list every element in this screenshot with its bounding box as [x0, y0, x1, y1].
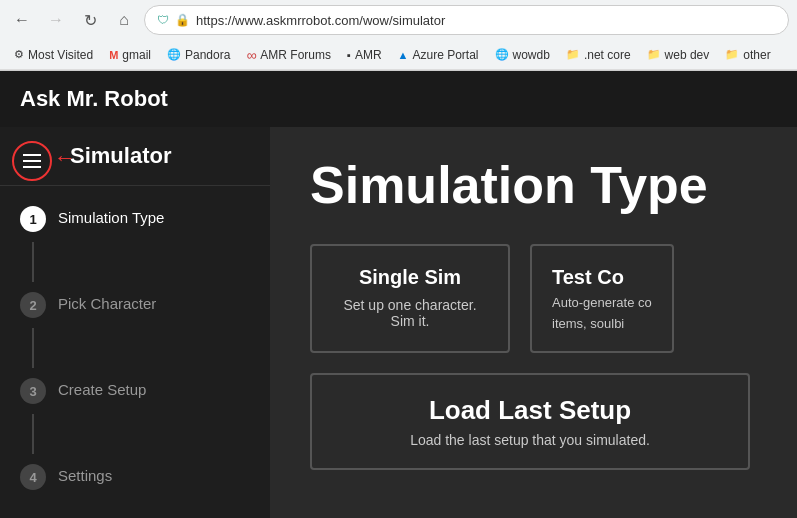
step-4-label: Settings: [58, 464, 112, 484]
test-comp-title: Test Co: [552, 266, 652, 289]
load-setup-desc: Load the last setup that you simulated.: [342, 432, 718, 448]
step-3-item[interactable]: 3 Create Setup: [0, 368, 270, 414]
nav-bar: ← → ↻ ⌂ 🛡 🔒 https://www.askmrrobot.com/w…: [0, 0, 797, 40]
back-button[interactable]: ←: [8, 6, 36, 34]
step-3-label: Create Setup: [58, 378, 146, 398]
bookmark-pandora[interactable]: 🌐 Pandora: [161, 46, 236, 64]
bookmark-azure[interactable]: ▲ Azure Portal: [392, 46, 485, 64]
step-3-number: 3: [20, 378, 46, 404]
step-connector-3: [32, 414, 34, 454]
amr-icon: ▪: [347, 49, 351, 61]
bookmark-label: web dev: [665, 48, 710, 62]
webdev-icon: 📁: [647, 48, 661, 61]
test-comp-desc-1: Auto-generate co: [552, 295, 652, 310]
bookmark-most-visited[interactable]: ⚙ Most Visited: [8, 46, 99, 64]
hamburger-bar-2: [23, 160, 41, 162]
single-sim-card[interactable]: Single Sim Set up one character. Sim it.: [310, 244, 510, 353]
wowdb-icon: 🌐: [495, 48, 509, 61]
app-header: Ask Mr. Robot: [0, 71, 797, 127]
step-2-number: 2: [20, 292, 46, 318]
bookmark-label: gmail: [122, 48, 151, 62]
gmail-icon: M: [109, 49, 118, 61]
bookmark-icon: ⚙: [14, 48, 24, 61]
forward-button[interactable]: →: [42, 6, 70, 34]
arrow-icon: ←: [54, 145, 76, 171]
bookmark-label: Most Visited: [28, 48, 93, 62]
step-4-number: 4: [20, 464, 46, 490]
amr-forums-icon: ∞: [246, 47, 256, 63]
sidebar-header: ← Simulator: [0, 127, 270, 186]
bookmark-label: AMR: [355, 48, 382, 62]
load-setup-title: Load Last Setup: [342, 395, 718, 426]
step-2-item[interactable]: 2 Pick Character: [0, 282, 270, 328]
bookmark-amr[interactable]: ▪ AMR: [341, 46, 388, 64]
single-sim-title: Single Sim: [342, 266, 478, 289]
section-title: Simulation Type: [310, 157, 757, 214]
bookmark-label: AMR Forums: [260, 48, 331, 62]
step-1-number: 1: [20, 206, 46, 232]
single-sim-desc-1: Set up one character.: [342, 297, 478, 313]
sim-cards: Single Sim Set up one character. Sim it.…: [310, 244, 757, 353]
browser-chrome: ← → ↻ ⌂ 🛡 🔒 https://www.askmrrobot.com/w…: [0, 0, 797, 71]
app-body: ← Simulator 1 Simulation Type 2 Pick Cha…: [0, 127, 797, 518]
bookmark-label: Pandora: [185, 48, 230, 62]
bookmark-other[interactable]: 📁 other: [719, 46, 776, 64]
bookmarks-bar: ⚙ Most Visited M gmail 🌐 Pandora ∞ AMR F…: [0, 40, 797, 70]
sidebar-steps: 1 Simulation Type 2 Pick Character 3 Cre…: [0, 186, 270, 510]
step-1-item[interactable]: 1 Simulation Type: [0, 196, 270, 242]
step-connector-2: [32, 328, 34, 368]
bookmark-label: .net core: [584, 48, 631, 62]
address-bar[interactable]: 🛡 🔒 https://www.askmrrobot.com/wow/simul…: [144, 5, 789, 35]
step-connector-1: [32, 242, 34, 282]
url-text: https://www.askmrrobot.com/wow/simulator: [196, 13, 445, 28]
pandora-icon: 🌐: [167, 48, 181, 61]
bookmark-label: wowdb: [513, 48, 550, 62]
app-title: Ask Mr. Robot: [20, 86, 168, 112]
bookmark-label: other: [743, 48, 770, 62]
dotnet-icon: 📁: [566, 48, 580, 61]
step-2-label: Pick Character: [58, 292, 156, 312]
test-comp-desc-2: items, soulbi: [552, 316, 652, 331]
bookmark-gmail[interactable]: M gmail: [103, 46, 157, 64]
hamburger-bar-3: [23, 166, 41, 168]
load-setup-card[interactable]: Load Last Setup Load the last setup that…: [310, 373, 750, 470]
step-1-label: Simulation Type: [58, 206, 164, 226]
home-button[interactable]: ⌂: [110, 6, 138, 34]
step-4-item[interactable]: 4 Settings: [0, 454, 270, 500]
sidebar: ← Simulator 1 Simulation Type 2 Pick Cha…: [0, 127, 270, 518]
reload-button[interactable]: ↻: [76, 6, 104, 34]
azure-icon: ▲: [398, 49, 409, 61]
single-sim-desc-2: Sim it.: [342, 313, 478, 329]
bookmark-amr-forums[interactable]: ∞ AMR Forums: [240, 45, 337, 65]
hamburger-button[interactable]: [12, 141, 52, 181]
bookmark-label: Azure Portal: [413, 48, 479, 62]
lock-icon: 🔒: [175, 13, 190, 27]
other-folder-icon: 📁: [725, 48, 739, 61]
test-comp-card[interactable]: Test Co Auto-generate co items, soulbi: [530, 244, 674, 353]
bookmark-wowdb[interactable]: 🌐 wowdb: [489, 46, 556, 64]
shield-icon: 🛡: [157, 13, 169, 27]
hamburger-bar-1: [23, 154, 41, 156]
main-content: Simulation Type Single Sim Set up one ch…: [270, 127, 797, 518]
sidebar-title: Simulator: [70, 143, 171, 169]
bookmark-dotnet[interactable]: 📁 .net core: [560, 46, 637, 64]
bookmark-webdev[interactable]: 📁 web dev: [641, 46, 716, 64]
